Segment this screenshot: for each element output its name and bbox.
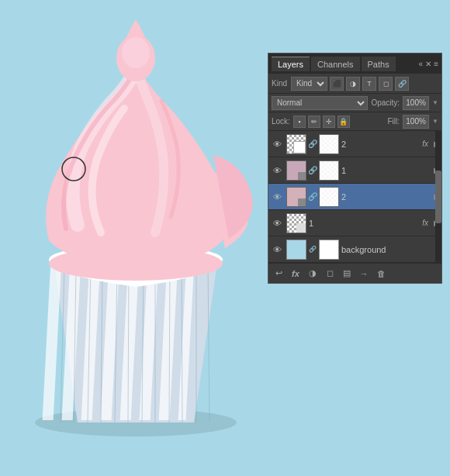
collapse-icon[interactable]: « — [419, 60, 424, 68]
tab-paths[interactable]: Paths — [362, 57, 396, 71]
new-layer-btn[interactable]: → — [357, 267, 371, 281]
layer-row-3[interactable]: 👁 1 fx ▶ — [268, 210, 441, 236]
adjustment-btn[interactable]: ◻ — [323, 267, 337, 281]
layer-thumb-1 — [286, 160, 306, 181]
filter-shape-btn[interactable]: ◻ — [379, 77, 393, 91]
layer-chain-4: 🔗 — [309, 243, 317, 257]
fill-label: Fill: — [388, 117, 400, 126]
panel-header: Layers Channels Paths « ✕ ≡ — [268, 53, 441, 74]
visibility-toggle-2[interactable]: 👁 — [270, 190, 284, 204]
layer-thumb-0 — [286, 134, 306, 154]
panel-menu-icons: « ✕ ≡ — [419, 60, 438, 68]
filter-smart-btn[interactable]: 🔗 — [395, 77, 409, 91]
lock-position-btn[interactable]: ✛ — [323, 116, 335, 128]
delete-layer-btn[interactable]: 🗑 — [374, 267, 388, 281]
filter-type-btn[interactable]: T — [362, 77, 376, 91]
layer-name-3: 1 — [309, 219, 420, 228]
close-icon[interactable]: ✕ — [425, 60, 431, 68]
group-btn[interactable]: ▤ — [340, 267, 354, 281]
lock-icons: ▪ ✏ ✛ 🔒 — [293, 116, 350, 128]
layer-fx-0: fx — [422, 140, 431, 148]
layers-panel: Layers Channels Paths « ✕ ≡ Kind Kind ⬛ … — [268, 53, 442, 284]
lock-label: Lock: — [272, 117, 290, 126]
layers-list: 👁 🔗 2 fx ▶ 👁 🔗 1 ▶ — [268, 131, 441, 263]
layer-style-btn[interactable]: fx — [289, 267, 303, 281]
visibility-toggle-0[interactable]: 👁 — [270, 137, 284, 151]
layer-mask-2 — [319, 187, 339, 207]
layer-row-0[interactable]: 👁 🔗 2 fx ▶ — [268, 131, 441, 157]
layer-name-0: 2 — [341, 140, 420, 149]
lock-image-btn[interactable]: ✏ — [308, 116, 320, 128]
layer-mask-1 — [319, 160, 339, 181]
panel-tabs: Layers Channels Paths — [272, 57, 396, 71]
kind-filter-row: Kind Kind ⬛ ◑ T ◻ 🔗 — [268, 74, 441, 94]
fill-input[interactable] — [403, 115, 429, 129]
tab-layers[interactable]: Layers — [272, 57, 310, 71]
menu-icon[interactable]: ≡ — [434, 60, 438, 68]
layer-fx-3: fx — [422, 219, 431, 227]
scrollbar-thumb[interactable] — [435, 171, 441, 223]
layer-name-2: 2 — [341, 192, 431, 202]
visibility-toggle-4[interactable]: 👁 — [270, 243, 284, 257]
layer-thumb-2 — [286, 187, 306, 207]
filter-adjustment-btn[interactable]: ◑ — [346, 77, 360, 91]
kind-select[interactable]: Kind — [291, 77, 327, 91]
layer-mask-0 — [319, 134, 339, 154]
filter-pixel-btn[interactable]: ⬛ — [330, 77, 344, 91]
layers-scrollbar[interactable] — [435, 131, 441, 263]
layer-chain-1: 🔗 — [309, 164, 317, 178]
opacity-arrow: ▼ — [432, 99, 438, 106]
mask-btn[interactable]: ◑ — [306, 267, 320, 281]
visibility-toggle-3[interactable]: 👁 — [270, 216, 284, 230]
kind-label: Kind — [272, 79, 287, 88]
layer-thumb-4 — [286, 240, 306, 260]
lock-transparent-btn[interactable]: ▪ — [293, 116, 306, 128]
layer-name-1: 1 — [341, 166, 431, 175]
fill-arrow: ▼ — [432, 118, 438, 125]
layer-name-4: background — [341, 245, 440, 254]
opacity-label: Opacity: — [371, 98, 400, 107]
layer-row-4[interactable]: 👁 🔗 background — [268, 236, 441, 263]
blend-mode-select[interactable]: Normal — [272, 96, 368, 110]
blend-opacity-row: Normal Opacity: ▼ — [268, 94, 441, 112]
lock-all-btn[interactable]: 🔒 — [338, 116, 350, 128]
svg-point-25 — [122, 37, 150, 68]
link-layers-btn[interactable]: ↩ — [272, 267, 286, 281]
lock-fill-row: Lock: ▪ ✏ ✛ 🔒 Fill: ▼ — [268, 112, 441, 131]
visibility-toggle-1[interactable]: 👁 — [270, 164, 284, 178]
layer-row-2[interactable]: 👁 🔗 2 ▶ — [268, 184, 441, 210]
panel-bottom-toolbar: ↩ fx ◑ ◻ ▤ → 🗑 — [268, 263, 441, 283]
tab-channels[interactable]: Channels — [311, 57, 359, 71]
layer-row-1[interactable]: 👁 🔗 1 ▶ — [268, 157, 441, 184]
layer-chain-0: 🔗 — [309, 137, 317, 151]
layer-mask-4 — [319, 240, 339, 260]
layer-thumb-3 — [286, 213, 306, 233]
layer-chain-2: 🔗 — [309, 190, 317, 204]
opacity-input[interactable] — [403, 96, 429, 110]
